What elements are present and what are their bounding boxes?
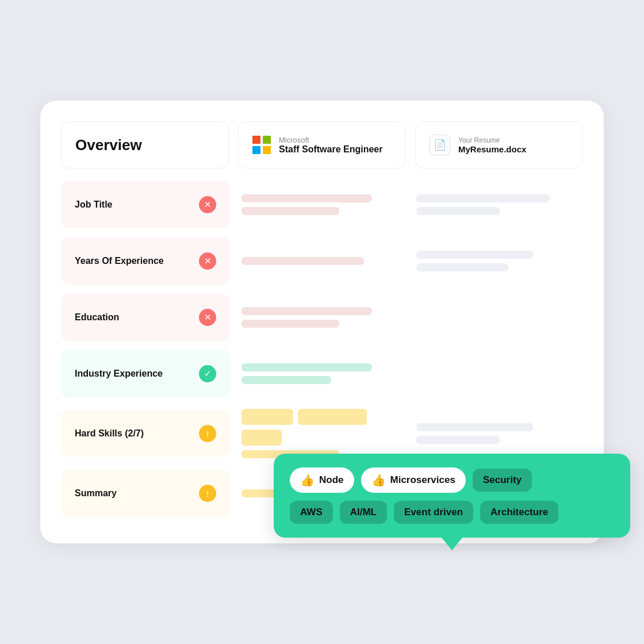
bar (241, 430, 282, 446)
job-title-cell: Job Title ✕ (61, 181, 230, 228)
tag-microservices[interactable]: 👍 Microservices (361, 467, 466, 493)
tooltip-box: 👍 Node 👍 Microservices Security AWS (274, 454, 630, 538)
education-cell: Education ✕ (61, 294, 230, 341)
bar (241, 376, 331, 384)
row-years-exp: Years Of Experience ✕ (61, 234, 583, 288)
years-exp-cell: Years Of Experience ✕ (61, 237, 230, 285)
industry-exp-status: ✓ (199, 365, 216, 382)
bar (416, 423, 533, 431)
bar (241, 320, 339, 328)
resume-label: Your Resume (458, 136, 526, 144)
thumbs-up-icon: 👍 (300, 473, 315, 487)
bar (241, 409, 293, 425)
job-title-header: Staff Software Engineer (279, 144, 382, 155)
hard-skills-cell: Hard Skills (2/7) ! (61, 410, 230, 457)
tag-architecture[interactable]: Architecture (480, 501, 558, 524)
main-card: Overview Microsoft Staff Software Engine… (40, 101, 604, 543)
job-title-status: ✕ (199, 196, 216, 213)
hard-skills-label: Hard Skills (2/7) (75, 428, 144, 439)
tag-security-label: Security (483, 474, 522, 485)
industry-exp-cell: Industry Experience ✓ (61, 350, 230, 397)
ms-logo-yellow (263, 146, 271, 154)
company-name: Microsoft (279, 136, 382, 144)
bar (241, 207, 339, 215)
microsoft-logo (252, 136, 271, 154)
resume-filename: MyResume.docx (458, 144, 526, 154)
bar (241, 194, 372, 202)
resume-info: Your Resume MyResume.docx (458, 136, 526, 154)
row-job-title: Job Title ✕ (61, 178, 583, 232)
education-label: Education (75, 312, 119, 323)
ms-logo-blue (252, 146, 260, 154)
bar (241, 307, 372, 315)
tag-aws[interactable]: AWS (290, 501, 333, 524)
years-exp-col2 (238, 251, 408, 271)
industry-exp-col2 (238, 358, 408, 390)
overview-cell: Overview (61, 121, 229, 168)
industry-exp-label: Industry Experience (75, 369, 163, 379)
tooltip-row-2: AWS AI/ML Event driven Architecture (290, 501, 614, 524)
ms-logo-green (263, 136, 271, 144)
tag-microservices-label: Microservices (390, 474, 455, 486)
overview-title: Overview (75, 136, 142, 154)
years-exp-col3 (413, 245, 583, 277)
row-industry-exp: Industry Experience ✓ (61, 347, 583, 401)
row-education: Education ✕ (61, 290, 583, 344)
tag-node[interactable]: 👍 Node (290, 467, 354, 493)
job-title-col3 (413, 189, 583, 221)
tag-aiml[interactable]: AI/ML (340, 501, 387, 524)
content-area: Job Title ✕ Years Of Experience ✕ (61, 178, 583, 520)
hard-skills-status: ! (199, 425, 216, 442)
tag-event-driven-label: Event driven (404, 507, 463, 518)
bar (416, 436, 500, 444)
industry-exp-col3 (413, 368, 583, 379)
tooltip-row-1: 👍 Node 👍 Microservices Security (290, 467, 614, 493)
summary-status: ! (199, 485, 216, 502)
resume-cell: 📄 Your Resume MyResume.docx (415, 121, 583, 168)
job-title-col2 (238, 189, 408, 221)
education-status: ✕ (199, 309, 216, 326)
hard-skills-col3 (413, 417, 583, 450)
bar (298, 409, 367, 425)
bar (416, 207, 500, 215)
tag-aiml-label: AI/ML (350, 507, 377, 518)
tag-event-driven[interactable]: Event driven (394, 501, 473, 524)
job-cell: Microsoft Staff Software Engineer (238, 121, 406, 168)
header-row: Overview Microsoft Staff Software Engine… (61, 121, 583, 168)
job-info: Microsoft Staff Software Engineer (279, 136, 382, 155)
education-col2 (238, 301, 408, 334)
thumbs-up-icon-2: 👍 (371, 473, 386, 487)
resume-icon: 📄 (430, 135, 450, 155)
tooltip-popup: 👍 Node 👍 Microservices Security AWS (274, 454, 630, 538)
bar (416, 263, 508, 271)
job-title-label: Job Title (75, 200, 113, 210)
tag-security[interactable]: Security (473, 469, 532, 492)
bar (416, 251, 533, 259)
years-exp-status: ✕ (199, 252, 216, 270)
bar (241, 257, 364, 265)
years-exp-label: Years Of Experience (75, 256, 164, 266)
summary-cell: Summary ! (61, 470, 230, 517)
bar (416, 194, 550, 202)
ms-logo-red (252, 136, 260, 144)
tag-aws-label: AWS (300, 507, 323, 518)
tag-node-label: Node (319, 474, 344, 486)
tooltip-arrow (442, 538, 462, 550)
education-col3 (413, 312, 583, 323)
bar (241, 363, 372, 371)
summary-label: Summary (75, 488, 117, 499)
tag-architecture-label: Architecture (490, 507, 548, 518)
